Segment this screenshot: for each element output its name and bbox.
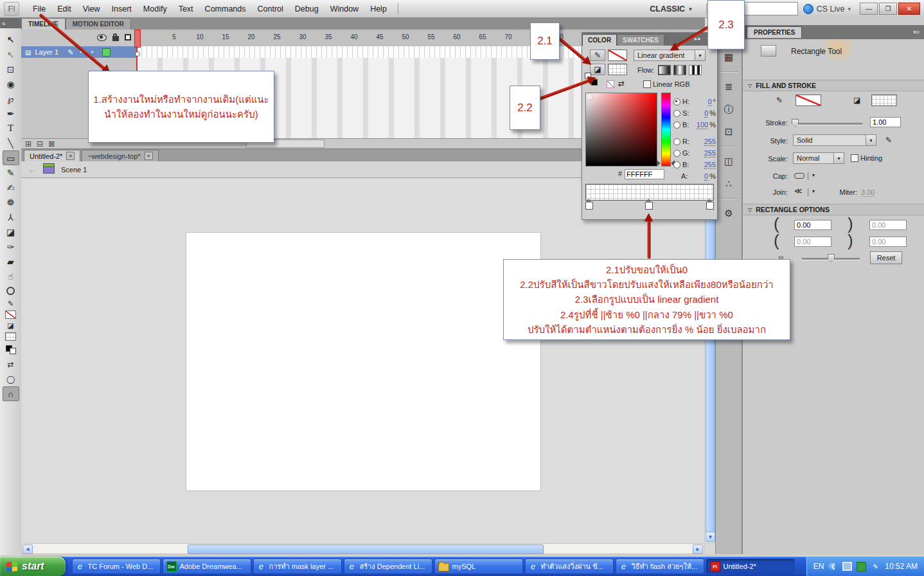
fill-color-bucket[interactable]: ◪ [3, 320, 19, 330]
lasso-tool[interactable]: ℘ [3, 91, 19, 106]
taskbar-task-mysql[interactable]: mySQL [434, 559, 523, 574]
hue-arrow-left-icon[interactable] [657, 160, 661, 166]
restore-button[interactable]: ❐ [879, 3, 897, 15]
outline-layers-icon[interactable] [125, 34, 131, 40]
stroke-color-proxy-swatch[interactable] [608, 50, 627, 61]
h-radio[interactable] [673, 98, 680, 105]
corner-radius-bl-input[interactable] [794, 237, 831, 247]
horizontal-scroll-thumb[interactable] [188, 544, 544, 554]
menu-insert[interactable]: Insert [106, 2, 138, 16]
brush-tool[interactable]: ✍ [3, 180, 19, 195]
pen-tray-icon[interactable]: ✎ [871, 562, 880, 572]
cap-round-icon[interactable] [794, 173, 804, 179]
r-radio[interactable] [673, 138, 680, 145]
stroke-color-swatch[interactable] [795, 94, 821, 106]
paint-bucket-tool[interactable]: ◪ [3, 224, 19, 239]
menu-modify[interactable]: Modify [138, 2, 173, 16]
b-radio[interactable] [673, 122, 680, 129]
flow-reflect-button[interactable] [673, 65, 686, 75]
join-round-icon[interactable]: ≪ [794, 186, 803, 195]
menu-control[interactable]: Control [252, 2, 289, 16]
cap-dropdown-arrow-icon[interactable]: ▾ [812, 172, 815, 178]
cs-live-button[interactable]: CS Live ▾ [803, 4, 851, 14]
reset-button[interactable]: Reset [870, 251, 902, 264]
stroke-weight-slider[interactable] [793, 123, 862, 125]
collapse-panel-button[interactable]: « [0, 18, 21, 28]
menu-text[interactable]: Text [173, 2, 199, 16]
flow-extend-button[interactable] [658, 65, 671, 75]
s-radio[interactable] [673, 110, 680, 117]
color-picker-field[interactable] [585, 93, 657, 166]
stroke-pencil-icon[interactable]: ✎ [776, 96, 783, 105]
components-panel-icon[interactable]: ⚙ [718, 205, 739, 222]
scroll-down-button[interactable]: ▼ [706, 532, 715, 542]
bone-tool[interactable]: ⅄ [3, 210, 19, 224]
language-indicator[interactable]: EN [813, 562, 824, 571]
text-tool[interactable]: T [3, 121, 19, 136]
free-transform-tool[interactable]: ⊡ [3, 62, 19, 76]
new-layer-button[interactable]: ⊞ [25, 140, 31, 148]
snap-to-objects-toggle[interactable]: ∩ [3, 386, 19, 401]
fill-color-proxy-swatch[interactable] [608, 64, 627, 75]
menu-file[interactable]: File [27, 2, 51, 16]
taskbar-task-untitled2[interactable]: FlUntitled-2* [706, 559, 795, 574]
scroll-right-button[interactable]: ► [693, 544, 703, 554]
layer-name[interactable]: Layer 1 [35, 48, 58, 56]
selection-tool[interactable]: ↖ [3, 32, 19, 47]
eraser-tool[interactable]: ▰ [3, 254, 19, 269]
hue-slider[interactable] [661, 93, 671, 166]
taskbar-task-dependent[interactable]: eสร้าง Dependent Li... [344, 559, 432, 574]
taskbar-task-flashhowto[interactable]: eวิธีทำ flash สวยๆให้... [616, 559, 704, 574]
taskbar-task-tcforum[interactable]: eTC Forum - Web D... [72, 559, 161, 574]
panel-menu-icon[interactable]: ▾≡ [913, 29, 920, 35]
gradient-stop-right[interactable] [706, 202, 714, 210]
horizontal-scrollbar[interactable]: ◄ ► [21, 543, 704, 554]
s-value[interactable]: 0 [704, 109, 708, 118]
align-panel-icon[interactable]: ≣ [718, 78, 739, 95]
swatches-panel-icon[interactable]: ▦ [718, 49, 739, 66]
join-dropdown-arrow-icon[interactable]: ▾ [812, 188, 815, 194]
vertical-scrollbar[interactable]: ▲ ▼ [704, 178, 715, 543]
menu-window[interactable]: Window [324, 2, 364, 16]
display-audio-tray-icon[interactable] [842, 562, 852, 572]
b-value[interactable]: 100 [697, 121, 708, 129]
tab-motion-editor[interactable]: MOTION EDITOR [66, 18, 131, 30]
delete-layer-button[interactable]: ⊠ [48, 140, 55, 148]
3d-rotation-tool[interactable]: ◉ [3, 76, 19, 91]
corner-slider-thumb[interactable] [828, 254, 835, 262]
b2-radio[interactable] [673, 161, 680, 168]
swap-colors-button[interactable]: ⇄ [3, 357, 19, 372]
tab-color[interactable]: COLOR [582, 34, 617, 46]
stroke-color-swatch[interactable] [3, 309, 19, 320]
stroke-slider-thumb[interactable] [792, 119, 799, 127]
scroll-left-button[interactable]: ◄ [22, 544, 33, 554]
back-arrow-icon[interactable]: ← [28, 165, 37, 175]
new-folder-button[interactable]: ⊟ [37, 140, 43, 148]
eyedropper-tool[interactable]: ✑ [3, 239, 19, 254]
no-color-button[interactable] [607, 80, 614, 88]
doc-tab-webdesign-top[interactable]: ~webdesign-top* ✕ [82, 150, 158, 161]
fill-color-button[interactable]: ◪ [590, 64, 605, 75]
vertical-scroll-thumb[interactable] [706, 189, 715, 534]
fill-and-stroke-section-header[interactable]: ▽ FILL AND STROKE [743, 80, 924, 91]
zoom-tool[interactable] [3, 284, 19, 298]
corner-radius-tl-input[interactable] [794, 220, 831, 230]
a-value[interactable]: 0 [704, 172, 708, 181]
object-drawing-toggle[interactable]: ◯ [3, 372, 19, 386]
g-radio[interactable] [673, 150, 680, 157]
close-tab-icon[interactable]: ✕ [145, 152, 153, 160]
scene-label[interactable]: Scene 1 [61, 166, 87, 174]
library-panel-icon[interactable]: ◫ [718, 153, 739, 170]
close-tab-icon[interactable]: ✕ [66, 152, 75, 160]
gradient-stop-center[interactable] [645, 202, 653, 210]
flow-repeat-button[interactable] [689, 65, 702, 75]
minimize-button[interactable]: — [860, 3, 878, 15]
stroke-color-pencil[interactable]: ✎ [3, 298, 19, 309]
lock-layers-icon[interactable] [112, 36, 119, 41]
menu-debug[interactable]: Debug [289, 2, 324, 16]
taskbar-task-masklayer[interactable]: eการทำ mask layer ... [253, 559, 342, 574]
info-panel-icon[interactable]: ⓘ [718, 101, 739, 118]
doc-tab-untitled2[interactable]: Untitled-2* ✕ [24, 150, 80, 161]
subselection-tool[interactable]: ↖ [3, 47, 19, 62]
g-value[interactable]: 255 [704, 149, 716, 158]
